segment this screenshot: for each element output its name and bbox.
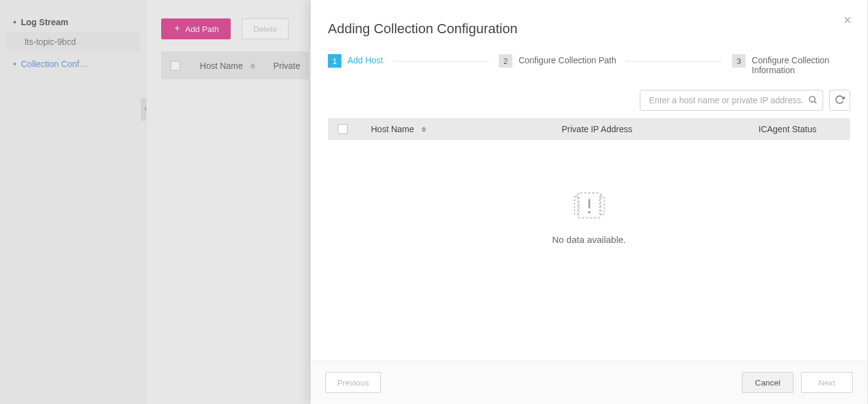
empty-box-icon xyxy=(572,189,607,223)
previous-button: Previous xyxy=(325,372,381,393)
cancel-label: Cancel xyxy=(755,378,781,387)
empty-state: No data available. xyxy=(328,140,850,245)
search-input[interactable] xyxy=(648,95,808,106)
modal-title: Adding Collection Configuration xyxy=(328,21,843,37)
step-badge-2: 2 xyxy=(499,54,512,68)
checkbox[interactable] xyxy=(338,124,348,134)
modal-body: 1 Add Host 2 Configure Collection Path 3… xyxy=(311,48,867,360)
close-icon: × xyxy=(843,12,851,28)
search-box xyxy=(640,90,823,111)
step-label-1: Add Host xyxy=(348,54,383,65)
host-table-head: Host Name Private IP Address ICAgent Sta… xyxy=(328,118,850,140)
refresh-icon xyxy=(835,95,845,106)
step-badge-3: 3 xyxy=(732,54,746,68)
step-3-configure-info: 3 Configure Collection Information xyxy=(732,54,850,75)
page-root: Log Stream lts-topic-9bcd Collection Con… xyxy=(0,0,868,404)
refresh-button[interactable] xyxy=(829,90,850,111)
host-table-col-private-ip[interactable]: Private IP Address xyxy=(552,124,749,134)
modal-header: Adding Collection Configuration × xyxy=(311,0,867,48)
step-divider xyxy=(393,61,489,61)
next-button: Next xyxy=(801,372,853,393)
modal-add-collection-config: Adding Collection Configuration × 1 Add … xyxy=(311,0,867,404)
host-table-col-icagent[interactable]: ICAgent Status xyxy=(749,124,850,134)
next-label: Next xyxy=(818,378,835,387)
col-icagent-label: ICAgent Status xyxy=(759,124,816,134)
empty-state-message: No data available. xyxy=(552,234,626,245)
step-badge-1: 1 xyxy=(328,54,341,68)
search-row xyxy=(328,90,850,111)
modal-footer-right: Cancel Next xyxy=(742,372,853,393)
svg-line-3 xyxy=(814,101,816,103)
host-table-col-hostname[interactable]: Host Name xyxy=(361,124,552,134)
step-label-2: Configure Collection Path xyxy=(519,54,616,65)
step-1-add-host[interactable]: 1 Add Host xyxy=(328,54,383,68)
modal-close-button[interactable]: × xyxy=(841,11,854,30)
svg-point-2 xyxy=(810,96,815,101)
cancel-button[interactable]: Cancel xyxy=(742,372,794,393)
col-hostname-label: Host Name xyxy=(371,124,414,134)
sort-icon xyxy=(421,127,426,132)
search-icon[interactable] xyxy=(808,95,818,106)
step-label-3: Configure Collection Information xyxy=(752,54,850,75)
svg-point-8 xyxy=(588,211,591,213)
previous-label: Previous xyxy=(337,378,369,387)
host-table-checkbox-cell xyxy=(328,124,361,134)
col-private-ip-label: Private IP Address xyxy=(562,124,632,134)
wizard-steps: 1 Add Host 2 Configure Collection Path 3… xyxy=(328,54,850,75)
modal-footer: Previous Cancel Next xyxy=(311,360,867,404)
step-2-configure-path: 2 Configure Collection Path xyxy=(499,54,616,68)
step-divider xyxy=(626,61,722,61)
